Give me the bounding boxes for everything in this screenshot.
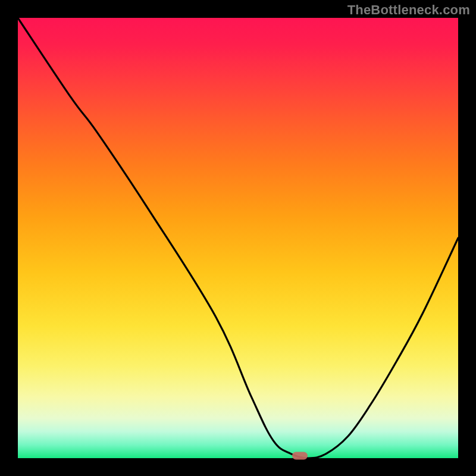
plot-area [18,18,458,458]
curve-path [18,18,458,458]
chart-stage: TheBottleneck.com [0,0,476,476]
bottleneck-curve [18,18,458,458]
bottleneck-marker [292,452,308,460]
attribution-label: TheBottleneck.com [347,2,470,18]
